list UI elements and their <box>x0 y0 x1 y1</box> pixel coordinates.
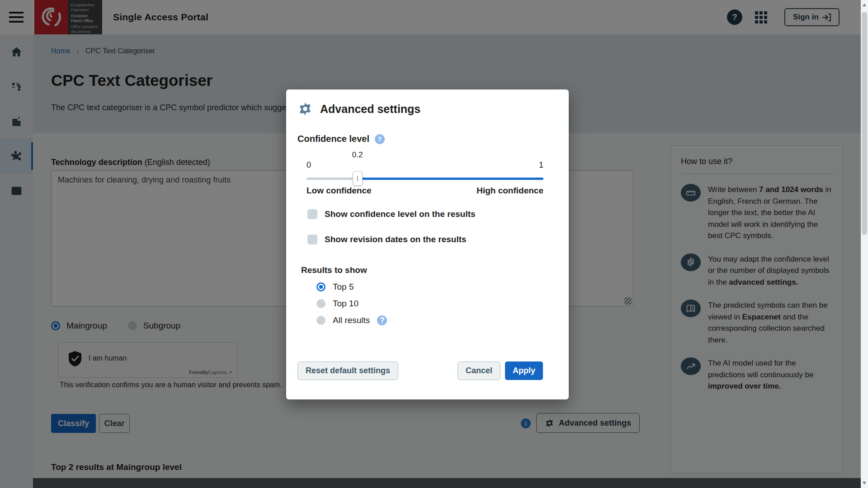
dialog-title: Advanced settings <box>320 103 420 116</box>
slider-max-label: 1 <box>539 160 543 170</box>
top5-radio[interactable] <box>316 282 326 291</box>
all-results-radio-row[interactable]: All results ? <box>316 315 543 325</box>
slider-min-label: 0 <box>307 160 311 170</box>
top10-label: Top 10 <box>333 299 359 309</box>
apply-button[interactable]: Apply <box>505 361 543 380</box>
all-results-help-icon[interactable]: ? <box>377 315 387 325</box>
scrollbar-thumb[interactable] <box>862 12 867 235</box>
results-to-show-label: Results to show <box>301 265 543 275</box>
slider-value-label: 0.2 <box>352 150 363 160</box>
scrollbar-up-arrow[interactable] <box>863 4 866 6</box>
show-revision-label: Show revision dates on the results <box>325 235 467 244</box>
show-confidence-checkbox[interactable] <box>307 209 317 219</box>
advanced-settings-dialog: Advanced settings Confidence level ? 0.2… <box>286 89 569 399</box>
top10-radio[interactable] <box>316 299 326 308</box>
cancel-button[interactable]: Cancel <box>458 361 500 380</box>
slider-track[interactable] <box>307 178 543 180</box>
all-results-radio[interactable] <box>316 316 326 325</box>
top10-radio-row[interactable]: Top 10 <box>316 299 543 309</box>
show-confidence-label: Show confidence level on the results <box>325 209 476 219</box>
high-confidence-label: High confidence <box>476 186 543 196</box>
all-results-label: All results <box>333 315 370 325</box>
top5-label: Top 5 <box>333 282 354 292</box>
show-revision-checkbox[interactable] <box>307 235 317 244</box>
confidence-slider: 0.2 0 1 Low confidence High confidence <box>307 150 543 194</box>
slider-fill <box>358 178 543 180</box>
confidence-help-icon[interactable]: ? <box>375 134 385 144</box>
gear-icon <box>297 101 313 117</box>
page-scrollbar[interactable] <box>861 0 868 488</box>
show-revision-checkbox-row[interactable]: Show revision dates on the results <box>307 235 543 244</box>
low-confidence-label: Low confidence <box>307 186 372 196</box>
scrollbar-down-arrow[interactable] <box>863 482 866 484</box>
slider-handle[interactable] <box>353 171 363 186</box>
confidence-level-label: Confidence level <box>297 134 369 144</box>
top5-radio-row[interactable]: Top 5 <box>316 282 543 292</box>
show-confidence-checkbox-row[interactable]: Show confidence level on the results <box>307 209 543 219</box>
reset-default-settings-button[interactable]: Reset default settings <box>297 361 398 380</box>
